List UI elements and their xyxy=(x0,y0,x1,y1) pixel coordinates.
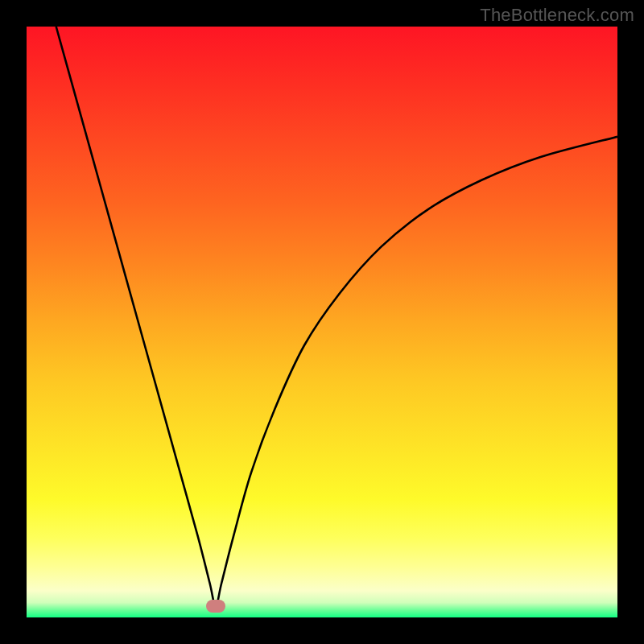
watermark-text: TheBottleneck.com xyxy=(480,5,634,26)
optimal-point-marker xyxy=(206,600,225,613)
bottleneck-chart-svg xyxy=(27,27,617,617)
gradient-background xyxy=(27,27,617,617)
chart-container: TheBottleneck.com xyxy=(0,0,644,644)
plot-area xyxy=(27,27,617,617)
